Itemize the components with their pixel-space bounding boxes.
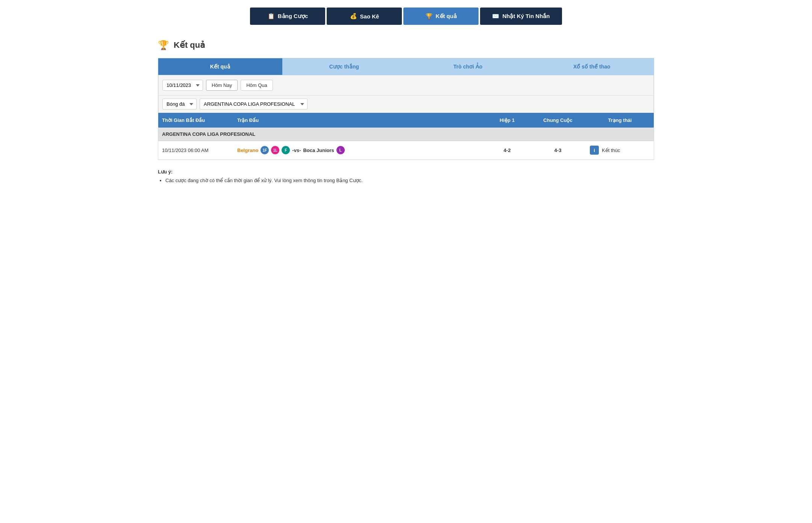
top-navigation: 📋Bảng Cược💰Sao Kê🏆Kết quả✉️Nhật Ký Tin N…: [0, 0, 812, 32]
col-time: Thời Gian Bắt Đầu: [158, 113, 233, 128]
score-half: 4-2: [485, 143, 530, 158]
nav-btn-ket-qua[interactable]: 🏆Kết quả: [403, 8, 479, 25]
sport-select[interactable]: Bóng đá: [162, 99, 197, 109]
note-item: Các cược đang chờ có thể cần thời gian đ…: [165, 177, 654, 185]
away-team: Boca Juniors: [303, 147, 334, 153]
nav-btn-bang-cuoc[interactable]: 📋Bảng Cược: [250, 8, 325, 25]
hom-nay-button[interactable]: Hôm Nay: [206, 80, 238, 91]
league-select[interactable]: ARGENTINA COPA LIGA PROFESIONAL: [200, 99, 308, 109]
nav-icon-nhat-ky: ✉️: [492, 13, 499, 20]
hom-qua-button[interactable]: Hôm Qua: [241, 80, 273, 91]
home-team: Belgrano: [237, 147, 258, 153]
col-match: Trận Đấu: [233, 113, 485, 128]
match-teams: Belgrano 1F 1L F -vs- Boca Juniors L: [233, 141, 485, 159]
note-list: Các cược đang chờ có thể cần thời gian đ…: [165, 177, 654, 185]
badge-1l: 1L: [271, 146, 279, 154]
tab-cuoc-thang[interactable]: Cược thắng: [282, 58, 406, 75]
tab-tro-choi-ao[interactable]: Trò chơi Ảo: [406, 58, 530, 75]
nav-icon-sao-ke: 💰: [350, 13, 357, 20]
filters-bar: 10/11/2023 Hôm Nay Hôm Qua: [158, 75, 654, 96]
nav-btn-nhat-ky[interactable]: ✉️Nhật Ký Tin Nhắn: [480, 8, 562, 25]
tab-xo-so-the-thao[interactable]: Xổ số thể thao: [530, 58, 654, 75]
filters-row2: Bóng đá ARGENTINA COPA LIGA PROFESIONAL: [158, 96, 654, 113]
page-icon: 🏆: [158, 40, 169, 50]
badge-f: F: [282, 146, 290, 154]
badge-1f: 1F: [261, 146, 269, 154]
tab-ket-qua[interactable]: Kết quả: [158, 58, 282, 75]
col-half: Hiệp 1: [485, 113, 530, 128]
table-header: Thời Gian Bắt Đầu Trận Đấu Hiệp 1 Chung …: [158, 113, 654, 128]
badge-l: L: [336, 146, 345, 154]
table-row: 10/11/2023 06:00 AM Belgrano 1F 1L F -vs…: [158, 141, 654, 160]
nav-btn-sao-ke[interactable]: 💰Sao Kê: [327, 8, 402, 25]
results-section: 10/11/2023 Hôm Nay Hôm Qua Bóng đá ARGEN…: [158, 75, 654, 160]
status-cell: i Kết thúc: [586, 141, 654, 159]
note-section: Lưu ý: Các cược đang chờ có thể cần thời…: [158, 169, 654, 185]
nav-icon-bang-cuoc: 📋: [268, 13, 275, 20]
page-content: 🏆 Kết quả Kết quảCược thắngTrò chơi ẢoXổ…: [143, 32, 669, 192]
nav-icon-ket-qua: 🏆: [426, 13, 433, 20]
page-header: 🏆 Kết quả: [158, 40, 654, 50]
info-button[interactable]: i: [590, 146, 599, 155]
score-full: 4-3: [530, 143, 586, 158]
note-title: Lưu ý:: [158, 169, 654, 175]
page-title: Kết quả: [174, 40, 205, 50]
col-full: Chung Cuộc: [530, 113, 586, 128]
nav-label-bang-cuoc: Bảng Cược: [278, 13, 308, 20]
tabs-container: Kết quảCược thắngTrò chơi ẢoXổ số thể th…: [158, 58, 654, 75]
match-time: 10/11/2023 06:00 AM: [158, 143, 233, 158]
date-select[interactable]: 10/11/2023: [162, 80, 203, 91]
status-text: Kết thúc: [602, 147, 620, 153]
col-status: Trạng thái: [586, 113, 654, 128]
nav-label-ket-qua: Kết quả: [436, 13, 457, 20]
nav-label-sao-ke: Sao Kê: [360, 13, 379, 20]
group-row: ARGENTINA COPA LIGA PROFESIONAL: [158, 128, 654, 141]
group-name: ARGENTINA COPA LIGA PROFESIONAL: [162, 131, 255, 137]
vs-separator: -vs-: [292, 147, 301, 153]
nav-label-nhat-ky: Nhật Ký Tin Nhắn: [502, 13, 550, 20]
